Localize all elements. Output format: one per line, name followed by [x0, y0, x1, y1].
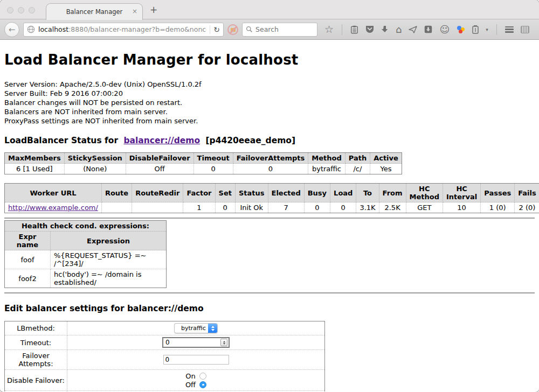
- timeout-input[interactable]: [165, 339, 220, 346]
- pocket-icon[interactable]: [365, 25, 374, 33]
- bookmark-star-icon[interactable]: ☆: [324, 24, 334, 34]
- globe-icon: [27, 25, 35, 33]
- grid-extension-icon[interactable]: [521, 26, 529, 33]
- edit-balancer-form: LBmethod: bytraffic Timeout:: [4, 321, 325, 391]
- inherit-note-line: Balancers are NOT inherited from main se…: [4, 107, 535, 116]
- sticky-session-row: Sticky Session: (Use '-' to delete): [5, 391, 325, 392]
- failover-attempts-label: Failover Attempts:: [5, 350, 67, 370]
- worker-url-link[interactable]: http://www.example.com/: [8, 204, 98, 212]
- disable-failover-row: Disable Failover: On Off: [5, 370, 325, 391]
- table-caption-row: Health check cond. expressions:: [5, 221, 167, 232]
- number-spinner-icon[interactable]: [220, 339, 227, 346]
- container-icon[interactable]: [472, 25, 479, 34]
- section-divider: [4, 292, 535, 293]
- extension-download-icon[interactable]: [424, 25, 432, 33]
- close-window-button[interactable]: [7, 7, 13, 13]
- health-check-title: Health check cond. expressions:: [5, 221, 167, 232]
- table-header-row: Expr name Expression: [5, 232, 167, 250]
- tab-close-icon[interactable]: ×: [132, 8, 137, 15]
- table-header-row: Worker URL Route RouteRedir Factor Set S…: [5, 184, 539, 202]
- lbmethod-row: LBmethod: bytraffic: [5, 321, 325, 335]
- url-text[interactable]: localhost:8880/balancer-manager?b=demo&n…: [38, 25, 206, 33]
- navigation-toolbar: ← localhost:8880/balancer-manager?b=demo…: [0, 19, 539, 40]
- server-built-line: Server Built: Feb 9 2016 07:00:20: [4, 89, 535, 98]
- search-input[interactable]: [255, 25, 309, 33]
- home-icon[interactable]: ⌂: [396, 25, 402, 34]
- off-label: Off: [185, 381, 196, 389]
- failover-on-radio[interactable]: [199, 373, 206, 380]
- reload-button[interactable]: ↻: [210, 25, 220, 34]
- back-button[interactable]: ←: [4, 22, 19, 37]
- separator: [342, 24, 342, 35]
- section-divider: [4, 218, 535, 219]
- bookmarks-clipboard-icon[interactable]: [350, 25, 358, 34]
- url-bar[interactable]: localhost:8880/balancer-manager?b=demo&n…: [23, 23, 224, 37]
- overflow-caret-icon[interactable]: ▾: [486, 27, 488, 32]
- edit-balancer-heading: Edit balancer settings for balancer://de…: [4, 304, 535, 313]
- tab-bar: Balancer Manager × +: [0, 0, 539, 19]
- lbmethod-select[interactable]: bytraffic: [174, 323, 218, 333]
- failover-off-radio[interactable]: [199, 381, 206, 388]
- failover-attempts-row: Failover Attempts:: [5, 350, 325, 370]
- search-box[interactable]: [242, 23, 317, 37]
- minimize-window-button[interactable]: [18, 7, 24, 13]
- balancer-status-table: MaxMembers StickySession DisableFailover…: [4, 152, 402, 174]
- health-check-table: Health check cond. expressions: Expr nam…: [4, 220, 167, 288]
- proxypass-note-line: ProxyPass settings are NOT inherited fro…: [4, 116, 535, 125]
- chat-smiley-icon[interactable]: ☺: [439, 25, 450, 34]
- adblock-icon[interactable]: [227, 24, 238, 35]
- window-controls[interactable]: [7, 7, 35, 13]
- separator: [496, 24, 497, 35]
- download-icon[interactable]: [381, 25, 389, 33]
- tab-balancer-manager[interactable]: Balancer Manager ×: [46, 3, 143, 20]
- table-row: foof %{REQUEST_STATUS} =~ /^[234]/: [5, 250, 167, 269]
- on-label: On: [185, 372, 195, 380]
- timeout-row: Timeout:: [5, 335, 325, 350]
- timeout-label: Timeout:: [5, 335, 67, 350]
- server-info: Server Version: Apache/2.5.0-dev (Unix) …: [4, 80, 535, 125]
- timeout-input-wrap: [162, 337, 230, 348]
- new-tab-button[interactable]: +: [150, 4, 157, 15]
- table-header-row: MaxMembers StickySession DisableFailover…: [5, 153, 402, 164]
- sticky-session-label: Sticky Session:: [5, 391, 67, 392]
- failover-attempts-input[interactable]: [163, 355, 229, 365]
- browser-window: Balancer Manager × + ← localhost:8880/ba…: [0, 0, 539, 392]
- menu-hamburger-icon[interactable]: [505, 26, 514, 33]
- search-icon: [246, 26, 253, 33]
- back-icon: ←: [9, 25, 16, 34]
- zoom-window-button[interactable]: [29, 7, 35, 13]
- page-content: Load Balancer Manager for localhost Serv…: [0, 40, 539, 391]
- table-row: 6 [1 Used] (None) Off 0 0 bytraffic /c/ …: [5, 164, 402, 174]
- send-icon[interactable]: [409, 26, 417, 33]
- colored-dots-extension-icon[interactable]: [457, 25, 465, 34]
- table-row: foof2 hc('body') =~ /domain is establish…: [5, 269, 167, 288]
- table-row: http://www.example.com/ 1 0 Init Ok 7 0 …: [5, 202, 539, 213]
- tab-title: Balancer Manager: [66, 8, 123, 16]
- select-stepper-icon: [208, 324, 217, 333]
- persist-note-line: Balancer changes will NOT be persisted o…: [4, 98, 535, 107]
- page-title: Load Balancer Manager for localhost: [4, 40, 535, 68]
- server-version-line: Server Version: Apache/2.5.0-dev (Unix) …: [4, 80, 535, 89]
- balancer-demo-link[interactable]: balancer://demo: [123, 136, 200, 145]
- toolbar-icons: ☆ ⌂ ☺ ▾: [324, 24, 529, 35]
- disable-failover-label: Disable Failover:: [5, 370, 67, 391]
- lbmethod-label: LBmethod:: [5, 321, 67, 335]
- loadbalancer-status-heading: LoadBalancer Status for balancer://demo …: [4, 136, 535, 145]
- worker-status-table: Worker URL Route RouteRedir Factor Set S…: [4, 183, 539, 213]
